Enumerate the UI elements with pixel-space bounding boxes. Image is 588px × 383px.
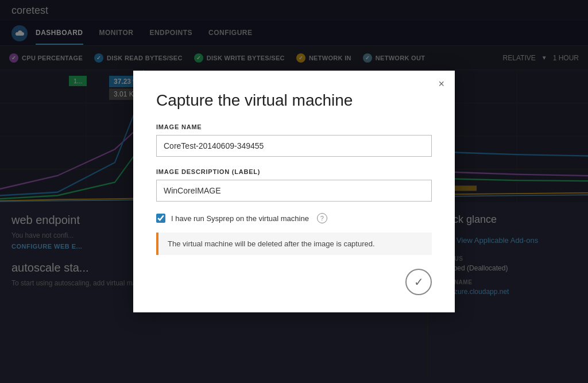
modal-title: Capture the virtual machine: [156, 91, 432, 110]
confirm-button[interactable]: ✓: [405, 269, 432, 295]
image-name-label: IMAGE NAME: [156, 123, 432, 130]
warning-box: The virtual machine will be deleted afte…: [156, 233, 432, 255]
confirm-icon: ✓: [414, 275, 424, 289]
sysprep-checkbox-label: I have run Sysprep on the virtual machin…: [171, 214, 309, 223]
image-desc-label: IMAGE DESCRIPTION (LABEL): [156, 168, 432, 175]
modal-footer: ✓: [156, 269, 432, 295]
sysprep-checkbox[interactable]: [156, 214, 165, 223]
sysprep-help-icon[interactable]: ?: [317, 213, 327, 223]
image-name-input[interactable]: [156, 135, 432, 157]
sysprep-checkbox-row: I have run Sysprep on the virtual machin…: [156, 213, 432, 223]
modal-close-button[interactable]: ×: [438, 79, 444, 89]
warning-text: The virtual machine will be deleted afte…: [168, 239, 375, 248]
image-desc-input[interactable]: [156, 180, 432, 202]
capture-modal: × Capture the virtual machine IMAGE NAME…: [133, 71, 455, 312]
modal-overlay: × Capture the virtual machine IMAGE NAME…: [0, 0, 588, 383]
